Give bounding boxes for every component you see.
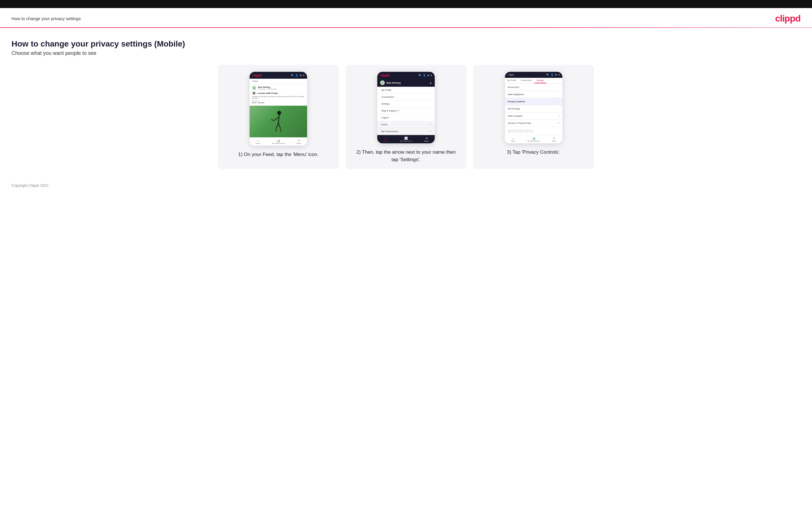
version-info: Clippd Client Version: 2022.8.3-3 GQL Se…	[505, 127, 562, 135]
menu-section-home[interactable]: Home ▾	[377, 121, 435, 128]
privacycontrols-label: Privacy Controls	[508, 100, 525, 103]
menu-item-settings[interactable]: Settings	[377, 101, 435, 107]
home-icon: ⌂	[257, 139, 259, 142]
avatar: B	[252, 86, 256, 90]
tab-connections[interactable]: Connections	[518, 78, 534, 83]
step-1-caption: 1) On your Feed, tap the 'Menu' icon.	[238, 151, 318, 158]
chevron-down-icon: ▾	[431, 74, 432, 77]
back-button[interactable]: < Back	[508, 74, 514, 76]
settings-item-helpsupport[interactable]: Help & Support ↗	[505, 113, 562, 119]
menu-item-myprofile[interactable]: My Profile	[377, 87, 435, 94]
menu-username: Blair McHarg	[387, 81, 401, 84]
nav-performance: 📊 My Performance	[272, 139, 285, 144]
settings-item-myaccount[interactable]: My Account ›	[505, 84, 562, 91]
header: How to change your privacy settings clip…	[0, 8, 812, 27]
settings-item-serviceprivacy[interactable]: Service & Privacy Policy ↗	[505, 120, 562, 127]
nav-menu-2-label: Menu	[424, 140, 429, 142]
svg-line-5	[278, 123, 281, 128]
dataintegrations-label: Data Integrations	[508, 93, 524, 96]
mygolfbag-label: My Golf Bag	[508, 107, 519, 110]
menu-item-connections[interactable]: Connections	[377, 94, 435, 101]
menu-item-logout[interactable]: Logout	[377, 114, 435, 121]
chevron-down-icon-3: ▾	[558, 73, 560, 76]
tab-myprofile[interactable]: My Profile	[505, 78, 518, 83]
phone-2-icons: 🔍 👤 ⚙ ▾	[419, 74, 432, 77]
serviceprivacy-link-icon: ↗	[558, 122, 560, 124]
settings-item-mygolfbag[interactable]: My Golf Bag ›	[505, 105, 562, 112]
search-icon: 🔍	[419, 74, 421, 77]
mygolfbag-chevron-icon: ›	[559, 107, 560, 110]
header-title: How to change your privacy settings	[11, 16, 81, 21]
menu-item-helpsupport[interactable]: Help & Support ↗	[377, 107, 435, 114]
settings-item-dataintegrations[interactable]: Data Integrations ›	[505, 91, 562, 98]
myaccount-chevron-icon: ›	[559, 86, 560, 89]
phone-3-icons: 🔍 👤 ⚙ ▾	[546, 73, 560, 76]
chart-icon-2: 📊	[404, 137, 408, 140]
myaccount-label: My Account	[508, 86, 519, 89]
nav-menu-3-label: Menu	[552, 140, 556, 142]
menu-user-row: B Blair McHarg ▲	[377, 79, 435, 87]
phone-1-tab: Feed	[250, 79, 307, 84]
menu-icon: ≡	[298, 139, 300, 142]
menu-performance-label: My Performance	[381, 130, 398, 133]
svg-point-0	[277, 111, 281, 115]
phone-2-bottom-nav: ⌂ Home 📊 My Performance ✕ Menu	[377, 135, 435, 143]
helpsupport-link-icon: ↗	[558, 115, 560, 117]
home-icon-2: ⌂	[385, 137, 387, 140]
settings-icon-3: ⚙	[555, 73, 557, 76]
nav-home: ⌂ Home	[256, 139, 260, 144]
menu-icon-3: ≡	[554, 137, 555, 140]
phone-1-bottom-nav: ⌂ Home 📊 My Performance ≡ Menu	[250, 137, 307, 146]
menu-helpsupport-label: Help & Support ↗	[381, 109, 399, 112]
menu-myprofile-label: My Profile	[381, 89, 392, 91]
menu-section-performance[interactable]: My Performance ▾	[377, 128, 435, 135]
phone-2-logo: clippd	[380, 73, 389, 77]
nav-performance-2: 📊 My Performance	[400, 137, 412, 142]
settings-icon: ⚙	[300, 74, 302, 77]
nav-performance-3: 📊 My Performance	[527, 137, 540, 142]
search-icon-3: 🔍	[546, 73, 549, 76]
nav-home-3-label: Home	[511, 140, 515, 142]
nav-menu-3: ≡ Menu	[552, 137, 556, 142]
main-content: How to change your privacy settings (Mob…	[0, 28, 812, 177]
version-line-2: GQL Server Version: 2022.7.30-1	[508, 131, 560, 133]
feed-user-info: Blair McHarg Yesterday · Sunningdale	[258, 86, 276, 90]
menu-icon-2: ✕	[425, 137, 428, 140]
feed-user-name: Blair McHarg	[258, 86, 276, 88]
page-subheading: Choose what you want people to see	[11, 50, 801, 56]
chart-icon-3: 📊	[532, 137, 536, 140]
tab-settings[interactable]: Settings	[534, 78, 546, 83]
phone-2-header: clippd 🔍 👤 ⚙ ▾	[377, 72, 435, 79]
step-2-caption: 2) Then, tap the arrow next to your name…	[353, 149, 459, 163]
step-1-card: clippd 🔍 👤 ⚙ ▾ Feed B Blair McHarg	[218, 65, 339, 169]
chart-icon: 📊	[276, 139, 280, 142]
settings-item-privacycontrols[interactable]: Privacy Controls ›	[505, 98, 562, 105]
nav-menu-label: Menu	[297, 143, 301, 144]
svg-line-4	[276, 123, 278, 128]
nav-menu-2: ✕ Menu	[424, 137, 429, 142]
svg-line-2	[274, 117, 278, 121]
phone-1-logo: clippd	[252, 73, 262, 77]
golf-image	[250, 106, 307, 137]
chevron-down-icon: ▾	[303, 74, 304, 77]
phone-1: clippd 🔍 👤 ⚙ ▾ Feed B Blair McHarg	[250, 72, 307, 146]
menu-section: Home ▾ My Performance ▾	[377, 121, 435, 135]
phone-2: clippd 🔍 👤 ⚙ ▾ B Blair McHarg ▲	[377, 72, 435, 143]
nav-performance-3-label: My Performance	[527, 140, 540, 142]
svg-line-3	[271, 119, 274, 121]
home-chevron-down-icon: ▾	[429, 123, 431, 126]
page-heading: How to change your privacy settings (Mob…	[11, 39, 801, 49]
step-2-card: clippd 🔍 👤 ⚙ ▾ B Blair McHarg ▲	[346, 65, 466, 169]
settings-list: My Account › Data Integrations › Privacy…	[505, 84, 562, 127]
nav-home-2-label: Home	[383, 140, 388, 142]
lesson-title: Lesson with Fordy	[257, 92, 278, 95]
phone-1-icons: 🔍 👤 ⚙ ▾	[291, 74, 304, 77]
serviceprivacy-label: Service & Privacy Policy	[508, 122, 531, 124]
settings-header: < Back 🔍 👤 ⚙ ▾	[505, 72, 562, 78]
menu-settings-label: Settings	[381, 103, 390, 105]
settings-icon: ⚙	[427, 74, 429, 77]
user-icon-3: 👤	[551, 73, 554, 76]
nav-menu: ≡ Menu	[297, 139, 301, 144]
step-3-card: < Back 🔍 👤 ⚙ ▾ My Profile Connections Se…	[473, 65, 594, 169]
lesson-icon: 🎬	[252, 91, 256, 95]
